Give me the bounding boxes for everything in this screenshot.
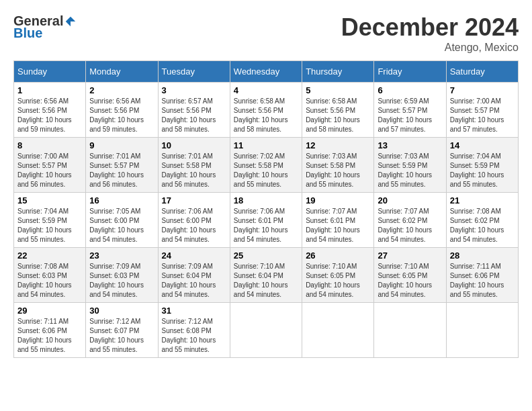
day-number: 17 xyxy=(162,195,226,205)
day-number: 12 xyxy=(306,140,370,150)
day-number: 31 xyxy=(162,306,226,316)
calendar-cell: 27 Sunrise: 7:10 AM Sunset: 6:05 PM Dayl… xyxy=(374,248,446,303)
day-number: 4 xyxy=(234,85,298,95)
day-number: 18 xyxy=(234,195,298,205)
calendar-cell xyxy=(446,303,518,358)
day-info: Sunrise: 6:58 AM Sunset: 5:56 PM Dayligh… xyxy=(234,97,288,133)
weekday-header-sunday: Sunday xyxy=(14,61,86,83)
day-info: Sunrise: 7:12 AM Sunset: 6:08 PM Dayligh… xyxy=(162,318,216,353)
calendar-cell xyxy=(374,303,446,358)
day-number: 14 xyxy=(450,140,515,150)
calendar-cell: 19 Sunrise: 7:07 AM Sunset: 6:01 PM Dayl… xyxy=(302,193,374,248)
day-number: 19 xyxy=(306,195,370,205)
calendar-cell: 21 Sunrise: 7:08 AM Sunset: 6:02 PM Dayl… xyxy=(446,193,518,248)
day-info: Sunrise: 7:10 AM Sunset: 6:05 PM Dayligh… xyxy=(378,263,432,298)
calendar-cell: 3 Sunrise: 6:57 AM Sunset: 5:56 PM Dayli… xyxy=(158,83,230,138)
day-number: 7 xyxy=(450,85,515,95)
calendar-cell: 7 Sunrise: 7:00 AM Sunset: 5:57 PM Dayli… xyxy=(446,83,518,138)
calendar-cell: 12 Sunrise: 7:03 AM Sunset: 5:58 PM Dayl… xyxy=(302,138,374,193)
day-number: 23 xyxy=(89,250,154,261)
day-info: Sunrise: 7:09 AM Sunset: 6:04 PM Dayligh… xyxy=(162,263,216,298)
weekday-header-saturday: Saturday xyxy=(446,61,518,83)
day-info: Sunrise: 7:01 AM Sunset: 5:58 PM Dayligh… xyxy=(162,152,216,188)
day-info: Sunrise: 7:01 AM Sunset: 5:57 PM Dayligh… xyxy=(89,152,144,188)
day-info: Sunrise: 7:04 AM Sunset: 5:59 PM Dayligh… xyxy=(17,208,72,243)
day-info: Sunrise: 7:03 AM Sunset: 5:59 PM Dayligh… xyxy=(378,152,432,188)
weekday-header-wednesday: Wednesday xyxy=(230,61,302,83)
calendar-cell: 1 Sunrise: 6:56 AM Sunset: 5:56 PM Dayli… xyxy=(14,83,86,138)
day-info: Sunrise: 7:00 AM Sunset: 5:57 PM Dayligh… xyxy=(450,97,504,133)
day-number: 5 xyxy=(306,85,370,95)
day-info: Sunrise: 7:07 AM Sunset: 6:01 PM Dayligh… xyxy=(306,208,360,243)
calendar-cell: 26 Sunrise: 7:10 AM Sunset: 6:05 PM Dayl… xyxy=(302,248,374,303)
day-number: 11 xyxy=(234,140,298,150)
day-number: 22 xyxy=(17,250,82,261)
day-info: Sunrise: 7:10 AM Sunset: 6:05 PM Dayligh… xyxy=(306,263,360,298)
calendar-cell: 23 Sunrise: 7:09 AM Sunset: 6:03 PM Dayl… xyxy=(86,248,158,303)
day-number: 27 xyxy=(378,250,442,261)
calendar-cell: 14 Sunrise: 7:04 AM Sunset: 5:59 PM Dayl… xyxy=(446,138,518,193)
day-number: 20 xyxy=(378,195,442,205)
logo-blue-text: Blue xyxy=(13,26,42,41)
day-number: 15 xyxy=(17,195,82,205)
calendar-cell: 18 Sunrise: 7:06 AM Sunset: 6:01 PM Dayl… xyxy=(230,193,302,248)
day-number: 29 xyxy=(17,306,82,316)
day-number: 25 xyxy=(234,250,298,261)
calendar-table: SundayMondayTuesdayWednesdayThursdayFrid… xyxy=(13,60,519,358)
day-info: Sunrise: 7:05 AM Sunset: 6:00 PM Dayligh… xyxy=(89,208,144,243)
calendar-cell: 30 Sunrise: 7:12 AM Sunset: 6:07 PM Dayl… xyxy=(86,303,158,358)
day-number: 16 xyxy=(89,195,154,205)
day-info: Sunrise: 6:56 AM Sunset: 5:56 PM Dayligh… xyxy=(89,97,144,133)
calendar-cell xyxy=(230,303,302,358)
calendar-cell: 8 Sunrise: 7:00 AM Sunset: 5:57 PM Dayli… xyxy=(14,138,86,193)
day-number: 1 xyxy=(17,85,82,95)
calendar-cell xyxy=(302,303,374,358)
title-section: December 2024 Atengo, Mexico xyxy=(341,13,519,54)
day-number: 3 xyxy=(162,85,226,95)
page-header: General Blue December 2024 Atengo, Mexic… xyxy=(13,13,519,54)
day-number: 2 xyxy=(89,85,154,95)
day-number: 24 xyxy=(162,250,226,261)
day-number: 10 xyxy=(162,140,226,150)
calendar-cell: 31 Sunrise: 7:12 AM Sunset: 6:08 PM Dayl… xyxy=(158,303,230,358)
calendar-cell: 22 Sunrise: 7:08 AM Sunset: 6:03 PM Dayl… xyxy=(14,248,86,303)
day-number: 21 xyxy=(450,195,515,205)
day-info: Sunrise: 7:04 AM Sunset: 5:59 PM Dayligh… xyxy=(450,152,504,188)
calendar-cell: 2 Sunrise: 6:56 AM Sunset: 5:56 PM Dayli… xyxy=(86,83,158,138)
weekday-header-row: SundayMondayTuesdayWednesdayThursdayFrid… xyxy=(14,61,519,83)
weekday-header-tuesday: Tuesday xyxy=(158,61,230,83)
day-info: Sunrise: 6:59 AM Sunset: 5:57 PM Dayligh… xyxy=(378,97,432,133)
calendar-cell: 13 Sunrise: 7:03 AM Sunset: 5:59 PM Dayl… xyxy=(374,138,446,193)
day-info: Sunrise: 7:07 AM Sunset: 6:02 PM Dayligh… xyxy=(378,208,432,243)
day-info: Sunrise: 7:08 AM Sunset: 6:02 PM Dayligh… xyxy=(450,208,504,243)
calendar-cell: 15 Sunrise: 7:04 AM Sunset: 5:59 PM Dayl… xyxy=(14,193,86,248)
day-info: Sunrise: 6:57 AM Sunset: 5:56 PM Dayligh… xyxy=(162,97,216,133)
calendar-cell: 20 Sunrise: 7:07 AM Sunset: 6:02 PM Dayl… xyxy=(374,193,446,248)
calendar-cell: 29 Sunrise: 7:11 AM Sunset: 6:06 PM Dayl… xyxy=(14,303,86,358)
calendar-cell: 25 Sunrise: 7:10 AM Sunset: 6:04 PM Dayl… xyxy=(230,248,302,303)
day-info: Sunrise: 7:06 AM Sunset: 6:01 PM Dayligh… xyxy=(234,208,288,243)
calendar-cell: 4 Sunrise: 6:58 AM Sunset: 5:56 PM Dayli… xyxy=(230,83,302,138)
day-info: Sunrise: 7:00 AM Sunset: 5:57 PM Dayligh… xyxy=(17,152,72,188)
day-info: Sunrise: 6:56 AM Sunset: 5:56 PM Dayligh… xyxy=(17,97,72,133)
day-info: Sunrise: 7:06 AM Sunset: 6:00 PM Dayligh… xyxy=(162,208,216,243)
day-number: 9 xyxy=(89,140,154,150)
day-info: Sunrise: 7:09 AM Sunset: 6:03 PM Dayligh… xyxy=(89,263,144,298)
calendar-cell: 6 Sunrise: 6:59 AM Sunset: 5:57 PM Dayli… xyxy=(374,83,446,138)
calendar-cell: 10 Sunrise: 7:01 AM Sunset: 5:58 PM Dayl… xyxy=(158,138,230,193)
calendar-cell: 9 Sunrise: 7:01 AM Sunset: 5:57 PM Dayli… xyxy=(86,138,158,193)
calendar-cell: 11 Sunrise: 7:02 AM Sunset: 5:58 PM Dayl… xyxy=(230,138,302,193)
day-info: Sunrise: 7:03 AM Sunset: 5:58 PM Dayligh… xyxy=(306,152,360,188)
weekday-header-friday: Friday xyxy=(374,61,446,83)
calendar-cell: 5 Sunrise: 6:58 AM Sunset: 5:56 PM Dayli… xyxy=(302,83,374,138)
day-number: 26 xyxy=(306,250,370,261)
day-number: 8 xyxy=(17,140,82,150)
calendar-cell: 16 Sunrise: 7:05 AM Sunset: 6:00 PM Dayl… xyxy=(86,193,158,248)
calendar-cell: 24 Sunrise: 7:09 AM Sunset: 6:04 PM Dayl… xyxy=(158,248,230,303)
weekday-header-monday: Monday xyxy=(86,61,158,83)
calendar-cell: 28 Sunrise: 7:11 AM Sunset: 6:06 PM Dayl… xyxy=(446,248,518,303)
day-number: 30 xyxy=(89,306,154,316)
logo: General Blue xyxy=(13,13,77,41)
calendar-cell: 17 Sunrise: 7:06 AM Sunset: 6:00 PM Dayl… xyxy=(158,193,230,248)
location: Atengo, Mexico xyxy=(341,42,519,54)
